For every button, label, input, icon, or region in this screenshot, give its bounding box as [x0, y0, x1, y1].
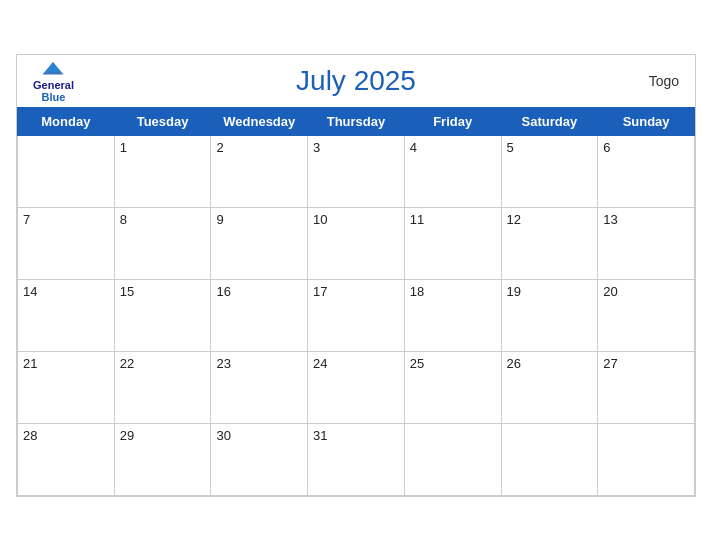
calendar-table: Monday Tuesday Wednesday Thursday Friday… [17, 107, 695, 496]
date-number: 16 [216, 284, 230, 299]
header-tuesday: Tuesday [114, 107, 211, 135]
day-cell: 6 [598, 135, 695, 207]
header-friday: Friday [404, 107, 501, 135]
day-cell: 2 [211, 135, 308, 207]
calendar-header: General Blue July 2025 Togo [17, 55, 695, 107]
day-cell: 29 [114, 423, 211, 495]
day-cell: 24 [308, 351, 405, 423]
date-number: 13 [603, 212, 617, 227]
logo-blue-text: Blue [42, 91, 66, 103]
day-cell: 11 [404, 207, 501, 279]
day-cell: 1 [114, 135, 211, 207]
date-number: 2 [216, 140, 223, 155]
header-thursday: Thursday [308, 107, 405, 135]
day-cell: 7 [18, 207, 115, 279]
day-cell: 12 [501, 207, 598, 279]
day-cell: 28 [18, 423, 115, 495]
calendar-title: July 2025 [296, 65, 416, 97]
day-cell: 19 [501, 279, 598, 351]
day-cell [598, 423, 695, 495]
day-cell: 23 [211, 351, 308, 423]
day-cell: 26 [501, 351, 598, 423]
day-cell: 4 [404, 135, 501, 207]
week-row-2: 78910111213 [18, 207, 695, 279]
date-number: 22 [120, 356, 134, 371]
header-wednesday: Wednesday [211, 107, 308, 135]
day-cell: 27 [598, 351, 695, 423]
day-cell: 15 [114, 279, 211, 351]
date-number: 5 [507, 140, 514, 155]
day-cell: 14 [18, 279, 115, 351]
date-number: 14 [23, 284, 37, 299]
day-cell: 21 [18, 351, 115, 423]
header-monday: Monday [18, 107, 115, 135]
date-number: 21 [23, 356, 37, 371]
day-cell: 5 [501, 135, 598, 207]
date-number: 23 [216, 356, 230, 371]
day-cell: 25 [404, 351, 501, 423]
day-cell: 31 [308, 423, 405, 495]
day-cell: 8 [114, 207, 211, 279]
date-number: 20 [603, 284, 617, 299]
date-number: 9 [216, 212, 223, 227]
day-cell [18, 135, 115, 207]
day-cell: 9 [211, 207, 308, 279]
country-label: Togo [649, 73, 679, 89]
date-number: 6 [603, 140, 610, 155]
day-cell: 16 [211, 279, 308, 351]
day-cell: 22 [114, 351, 211, 423]
date-number: 15 [120, 284, 134, 299]
week-row-4: 21222324252627 [18, 351, 695, 423]
day-cell: 13 [598, 207, 695, 279]
date-number: 30 [216, 428, 230, 443]
week-row-3: 14151617181920 [18, 279, 695, 351]
day-cell: 10 [308, 207, 405, 279]
date-number: 19 [507, 284, 521, 299]
date-number: 17 [313, 284, 327, 299]
date-number: 7 [23, 212, 30, 227]
logo-icon [39, 58, 67, 78]
date-number: 10 [313, 212, 327, 227]
date-number: 8 [120, 212, 127, 227]
date-number: 28 [23, 428, 37, 443]
week-row-1: 123456 [18, 135, 695, 207]
day-cell: 18 [404, 279, 501, 351]
date-number: 31 [313, 428, 327, 443]
day-cell: 3 [308, 135, 405, 207]
day-cell: 30 [211, 423, 308, 495]
weekday-header-row: Monday Tuesday Wednesday Thursday Friday… [18, 107, 695, 135]
date-number: 25 [410, 356, 424, 371]
day-cell: 20 [598, 279, 695, 351]
date-number: 24 [313, 356, 327, 371]
date-number: 12 [507, 212, 521, 227]
date-number: 18 [410, 284, 424, 299]
date-number: 4 [410, 140, 417, 155]
week-row-5: 28293031 [18, 423, 695, 495]
date-number: 11 [410, 212, 424, 227]
logo-general-text: General [33, 78, 74, 90]
day-cell [501, 423, 598, 495]
day-cell [404, 423, 501, 495]
date-number: 27 [603, 356, 617, 371]
logo-area: General Blue [33, 58, 74, 102]
header-saturday: Saturday [501, 107, 598, 135]
date-number: 29 [120, 428, 134, 443]
header-sunday: Sunday [598, 107, 695, 135]
day-cell: 17 [308, 279, 405, 351]
calendar-container: General Blue July 2025 Togo Monday Tuesd… [16, 54, 696, 497]
date-number: 26 [507, 356, 521, 371]
date-number: 3 [313, 140, 320, 155]
calendar-body: 1234567891011121314151617181920212223242… [18, 135, 695, 495]
date-number: 1 [120, 140, 127, 155]
